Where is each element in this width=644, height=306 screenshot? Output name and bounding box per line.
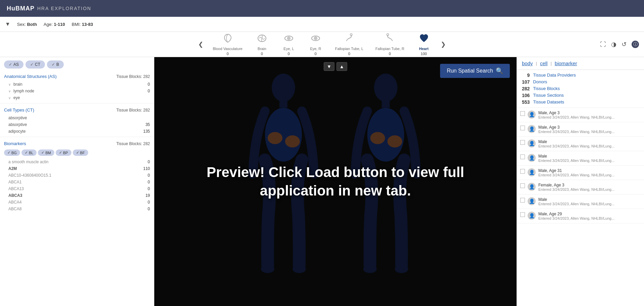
checkbox-2[interactable] [520, 140, 525, 145]
bg-tag-label: BG [11, 151, 17, 155]
bm-tag-button[interactable]: ✓ BM [38, 149, 54, 156]
data-entry-6[interactable]: 👤 Male Entered 3/24/2023, Allen Wang, NH… [517, 194, 644, 209]
anatomical-item-lymph-node[interactable]: ∨ lymph node 0 [0, 88, 154, 94]
biomarker-tags: ✓ BG ✓ BL ✓ BM ✓ BP ✓ BF [0, 148, 154, 159]
sex-filter[interactable]: Sex: Both [17, 22, 37, 27]
data-entry-7[interactable]: 👤 Male, Age 29 Entered 3/24/2023, Allen … [517, 209, 644, 223]
stat-num-donors: 107 [522, 79, 530, 85]
entry-date-1: Entered 3/24/2023, Allen Wang, NHLBI/Lun… [538, 130, 641, 134]
bf-tag-button[interactable]: ✓ BF [73, 149, 88, 156]
data-entry-1[interactable]: 👤 Male, Age 3 Entered 3/24/2023, Allen W… [517, 122, 644, 137]
stat-label-providers: Tissue Data Providers [533, 73, 639, 78]
scroll-up-btn[interactable]: ▲ [336, 62, 347, 71]
as-tag-button[interactable]: ✓ AS [4, 60, 23, 69]
organ-fallopian-l[interactable]: Fallopian Tube, L 0 [329, 31, 369, 57]
sex-label: Sex: [17, 22, 26, 27]
abca8-label: ABCA8 [8, 207, 21, 211]
info-icon[interactable]: ⓘ [632, 41, 639, 48]
cell-type-absorptive-1[interactable]: absorptive [0, 115, 154, 121]
heart-count: 100 [421, 52, 427, 56]
scroll-down-btn[interactable]: ▼ [324, 62, 334, 71]
checkbox-3[interactable] [520, 155, 525, 159]
sex-value: Both [27, 22, 37, 27]
checkbox-1[interactable] [520, 126, 525, 130]
biomarkers-title: Biomarkers [4, 141, 26, 146]
biomarker-abca8[interactable]: ABCA8 0 [0, 206, 154, 212]
tab-body[interactable]: body [522, 60, 533, 66]
cell-types-section-header: Cell Types (CT) Tissue Blocks: 282 [0, 105, 154, 115]
organ-brain[interactable]: Brain 0 [249, 31, 275, 57]
tab-cell[interactable]: cell [540, 60, 548, 66]
fullscreen-icon[interactable]: ⛶ [600, 41, 606, 48]
biomarker-abca4[interactable]: ABCA4 0 [0, 199, 154, 206]
bp-tag-button[interactable]: ✓ BP [56, 149, 71, 156]
data-entry-2[interactable]: 👤 Male Entered 3/24/2023, Allen Wang, NH… [517, 137, 644, 151]
brain-name: Brain [258, 47, 266, 51]
eye-l-count: 0 [288, 52, 290, 56]
checkbox-7[interactable] [520, 212, 525, 217]
bg-tag-button[interactable]: ✓ BG [4, 149, 20, 156]
bf-tag-label: BF [80, 151, 85, 155]
data-entry-5[interactable]: 👤 Female, Age 3 Entered 3/24/2023, Allen… [517, 180, 644, 194]
cell-type-adipocyte[interactable]: adipocyte 135 [0, 128, 154, 135]
organ-blood-vasculature[interactable]: Blood Vasculature 0 [207, 31, 248, 57]
biomarker-abca1[interactable]: ABCA1 0 [0, 179, 154, 185]
data-info-7: Male, Age 29 Entered 3/24/2023, Allen Wa… [538, 212, 641, 220]
refresh-icon[interactable]: ↺ [622, 41, 627, 48]
eye-expand-icon[interactable]: ∨ [8, 96, 11, 100]
heart-icon [419, 33, 429, 46]
brain-expand-icon[interactable]: ∨ [8, 83, 11, 86]
b-tag-button[interactable]: ✓ B [47, 60, 64, 69]
filter-bar: ▼ Sex: Both Age: 1-110 BMI: 13-83 [0, 17, 644, 32]
abca8-count: 0 [148, 207, 150, 211]
organ-eye-l[interactable]: Eye, L 0 [275, 31, 302, 57]
anatomical-item-brain[interactable]: ∨ brain 0 [0, 81, 154, 88]
biomarker-smooth-muscle[interactable]: a smooth muscle actin 0 [0, 159, 154, 165]
data-entry-0[interactable]: 👤 Male, Age 3 Entered 3/24/2023, Allen W… [517, 108, 644, 122]
data-info-4: Male, Age 31 Entered 3/24/2023, Allen Wa… [538, 168, 641, 177]
theme-toggle-icon[interactable]: ◑ [611, 41, 616, 48]
bmi-value: 13-83 [82, 22, 93, 27]
right-panel-tab-bar: body | cell | biomarker [517, 57, 644, 70]
spatial-search-icon: 🔍 [496, 67, 503, 75]
entry-date-2: Entered 3/24/2023, Allen Wang, NHLBI/Lun… [538, 144, 641, 148]
age-filter[interactable]: Age: 1-110 [44, 22, 65, 27]
data-entry-3[interactable]: 👤 Male Entered 3/24/2023, Allen Wang, NH… [517, 151, 644, 166]
spatial-search-button[interactable]: Run Spatial Search 🔍 [440, 64, 510, 78]
biomarker-abca13[interactable]: ABCA13 0 [0, 185, 154, 192]
checkbox-4[interactable] [520, 169, 525, 174]
lymph-expand-icon[interactable]: ∨ [8, 89, 11, 93]
data-entry-4[interactable]: 👤 Male, Age 31 Entered 3/24/2023, Allen … [517, 166, 644, 180]
viewer-scroll-controls: ▼ ▲ [324, 62, 347, 71]
biomarker-a2m[interactable]: A2M 110 [0, 165, 154, 172]
organ-eye-r[interactable]: Eye, R 0 [302, 31, 329, 57]
anatomical-item-eye[interactable]: ∨ eye [0, 94, 154, 101]
biomarker-abc10[interactable]: ABC10-43608400O15.1 0 [0, 172, 154, 179]
filter-icon[interactable]: ▼ [5, 21, 10, 27]
age-value: 1-110 [54, 22, 65, 27]
tab-biomarker[interactable]: biomarker [555, 60, 577, 66]
bmi-filter[interactable]: BMI: 13-83 [72, 22, 93, 27]
age-label: Age: [44, 22, 53, 27]
fallopian-l-count: 0 [348, 52, 350, 56]
b-check-icon: ✓ [52, 62, 55, 67]
organ-fallopian-r[interactable]: Fallopian Tube, R 0 [369, 31, 410, 57]
organ-nav-next[interactable]: ❯ [437, 41, 449, 48]
ct-tag-button[interactable]: ✓ CT [25, 60, 45, 69]
checkbox-0[interactable] [520, 111, 525, 116]
organ-nav-prev[interactable]: ❮ [195, 41, 207, 48]
checkbox-5[interactable] [520, 183, 525, 188]
biomarker-abca3[interactable]: ABCA3 19 [0, 192, 154, 199]
biomarkers-count: Tissue Blocks: 282 [116, 141, 150, 146]
organ-heart[interactable]: Heart 100 [411, 31, 437, 57]
logo-hubmap: HuBMAP [7, 5, 35, 12]
checkbox-6[interactable] [520, 198, 525, 203]
body-viewer-panel: ▼ ▲ Run Spatial Search 🔍 Preview! Click … [154, 57, 517, 306]
bm-check-icon: ✓ [41, 150, 44, 155]
blood-vasculature-count: 0 [227, 52, 229, 56]
bf-check-icon: ✓ [76, 150, 79, 155]
cell-type-absorptive-2[interactable]: absorptive 35 [0, 121, 154, 128]
divider-1 [0, 103, 154, 103]
bl-tag-button[interactable]: ✓ BL [21, 149, 37, 156]
stat-label-tissue-datasets: Tissue Datasets [533, 99, 639, 105]
